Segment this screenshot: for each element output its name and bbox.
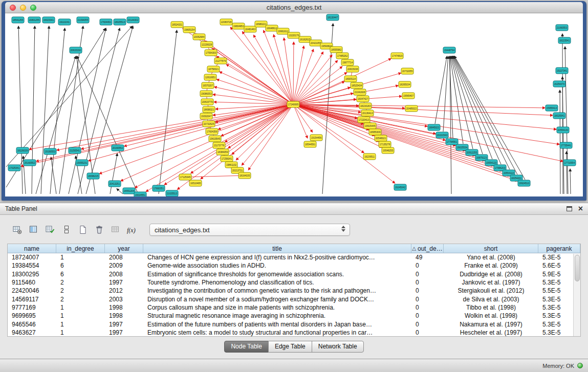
graph-node[interactable]: 19227341 [556,68,568,74]
table-row[interactable]: 1830029562008Estimation of significance … [8,270,580,278]
graph-node[interactable]: 19190553 [44,148,56,155]
table-cell[interactable]: Tibbo et al. (1998) [444,303,538,312]
graph-node[interactable]: 20633190 [70,47,82,53]
table-cell[interactable]: 19384554 [8,261,56,270]
show-columns-button[interactable] [27,223,41,236]
graph-node[interactable]: 18025513 [114,19,126,25]
table-cell[interactable]: 0 [411,329,444,337]
network-canvas[interactable]: 1724069518524331198051542005268412226028… [5,13,583,196]
window-titlebar[interactable]: citations_edges.txt [5,2,583,13]
graph-node[interactable]: 18698321 [203,106,215,113]
table-cell[interactable]: 0 [411,278,444,287]
graph-node[interactable]: 20160552 [112,145,124,151]
tab-node-table[interactable]: Node Table [224,341,269,353]
graph-node[interactable]: 18955309 [369,129,381,135]
scrollbar-thumb[interactable] [575,255,580,281]
graph-node[interactable]: 19804953 [232,23,245,29]
graph-node[interactable]: 20554130 [557,127,569,133]
graph-node[interactable]: 18525434 [351,82,363,89]
table-cell[interactable]: 14569117 [8,295,56,303]
graph-node[interactable]: 19024551 [134,192,146,196]
table-cell[interactable]: 0 [411,261,444,270]
table-cell[interactable]: 1997 [105,329,143,337]
table-options-button[interactable] [10,223,25,236]
table-cell[interactable]: Estimation of significance thresholds fo… [143,270,411,278]
graph-node[interactable]: 16905114 [344,76,357,82]
graph-node[interactable]: 21173776 [213,142,225,148]
delete-button[interactable] [92,223,106,236]
table-cell[interactable]: Disruption of a novel member of a sodium… [143,295,411,303]
graph-node[interactable]: 17554300 [205,50,217,56]
graph-node[interactable]: 19619545 [209,136,221,142]
graph-node[interactable]: 16551204 [123,188,135,194]
graph-node[interactable]: 18541255 [12,17,24,23]
graph-node[interactable]: 20548021 [375,135,387,141]
table-scrollbar[interactable] [573,254,580,336]
table-cell[interactable]: 0 [411,320,444,328]
graph-node[interactable]: 19565407 [402,93,415,99]
table-cell[interactable]: 0 [411,312,444,320]
table-row[interactable]: 969969511998Structural magnetic resonanc… [8,312,580,320]
table-cell[interactable]: 49 [411,253,444,261]
edit-columns-button[interactable] [43,223,57,236]
graph-node[interactable]: 18164035 [238,172,251,179]
graph-node[interactable]: 19055231 [76,160,88,166]
table-cell[interactable]: 9777169 [8,303,56,312]
graph-node[interactable]: 12226028 [201,41,213,48]
table-cell[interactable]: 1998 [105,303,143,312]
table-row[interactable]: 1456911722003Disruption of a novel membe… [8,295,580,303]
graph-node[interactable]: 17794561 [446,139,458,145]
table-cell[interactable]: Wolkin et al. (1998) [444,312,538,320]
table-cell[interactable]: 1 [56,253,105,261]
graph-node[interactable]: 20732055 [401,68,413,74]
table-row[interactable]: 2242004622012Investigating the contribut… [8,287,580,295]
graph-node[interactable]: 18025541 [553,113,565,119]
graph-node[interactable]: 21025513 [166,190,178,196]
graph-node[interactable]: 18555982 [330,47,342,53]
table-row[interactable]: 946554611997Estimation of the future num… [8,320,580,328]
table-cell[interactable]: 2 [56,278,105,287]
graph-node[interactable]: 16570207 [202,82,214,89]
table-cell[interactable]: 0 [411,287,444,295]
graph-node[interactable]: 18265034 [399,81,411,87]
table-cell[interactable]: 1 [56,303,105,312]
graph-node[interactable]: 16510495 [189,180,202,186]
graph-node[interactable]: 21060553 [556,25,568,31]
table-cell[interactable]: 9463627 [8,329,56,337]
table-cell[interactable]: 2012 [105,287,143,295]
graph-node[interactable]: 18226039 [16,147,29,154]
table-row[interactable]: 1872400712008Changes of HCN gene express… [8,253,580,261]
graph-node[interactable]: 20052684 [193,34,205,40]
table-cell[interactable]: Structural magnetic resonance image aver… [143,312,411,320]
column-header-in_degree[interactable]: in_degree [56,244,105,253]
graph-node[interactable]: 17025341 [8,165,20,171]
graph-node[interactable]: 18845022 [428,124,440,130]
graph-node[interactable]: 20136413 [361,110,374,116]
new-file-button[interactable] [76,223,90,236]
graph-node[interactable]: 16481463 [244,26,256,32]
graph-node[interactable]: 20819779 [201,99,213,105]
table-cell[interactable]: 22420046 [8,287,56,295]
table-cell[interactable]: 1997 [105,320,143,328]
import-table-button[interactable] [108,223,123,236]
graph-node[interactable]: 19448794 [443,47,455,53]
graph-node[interactable]: 17710554 [563,160,576,166]
table-row[interactable]: 977716911998Corpus callosum shape and si… [8,303,580,312]
table-cell[interactable]: Nakamura et al. (1997) [444,320,538,328]
graph-node[interactable]: 19154456 [310,135,322,141]
graph-node[interactable]: 16648612 [266,25,278,31]
column-header-title[interactable]: title [143,244,411,253]
graph-node[interactable]: 20221543 [436,132,448,138]
graph-node[interactable]: 20413251 [108,181,121,187]
table-cell[interactable]: 1 [56,320,105,328]
graph-node[interactable]: 16162615 [299,36,311,42]
column-header-pagerank[interactable]: pagerank [538,244,580,253]
graph-node[interactable]: 18223541 [558,37,571,43]
table-cell[interactable]: Franke et al. (2009) [444,261,538,270]
table-cell[interactable]: Investigating the contribution of common… [143,287,411,295]
table-cell[interactable]: 0 [411,303,444,312]
graph-node[interactable]: 19861102 [225,162,237,168]
graph-node[interactable]: 25160552 [24,160,36,166]
row-height-button[interactable] [59,223,74,236]
table-cell[interactable]: 1 [56,312,105,320]
